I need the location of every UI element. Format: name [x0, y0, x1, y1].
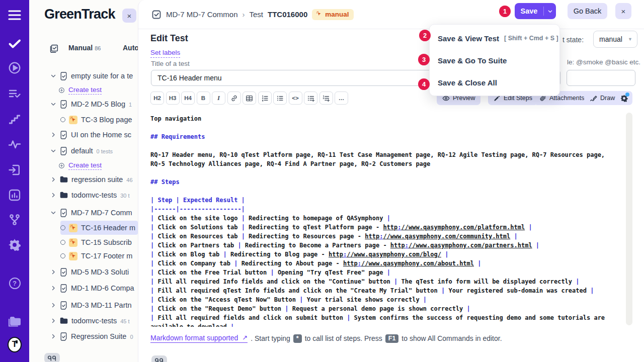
- chevron-right-icon[interactable]: [50, 333, 56, 339]
- save-dropdown-caret[interactable]: [544, 9, 556, 14]
- cursor-click-icon: [315, 11, 323, 18]
- chevron-right-icon[interactable]: [50, 285, 56, 291]
- tree-item-test[interactable]: TC-15 Subscrib: [60, 235, 138, 249]
- chevron-right-icon[interactable]: [50, 269, 56, 275]
- play-circle-icon[interactable]: [8, 61, 22, 75]
- cursor-click-icon: [69, 224, 77, 232]
- format-table-button[interactable]: [243, 92, 256, 105]
- close-sidebar-chip[interactable]: ×: [122, 9, 136, 23]
- tree-item-label: Regression Suite: [71, 332, 126, 340]
- format-bold-button[interactable]: B: [197, 92, 210, 105]
- bar-chart-icon[interactable]: [8, 188, 22, 202]
- format-code-button[interactable]: <>: [289, 92, 302, 105]
- sidebar: GreenTrack Manual86 Automated empty suit…: [29, 0, 138, 362]
- format-h2-button[interactable]: H2: [150, 92, 164, 105]
- suite-doc-icon: [60, 147, 67, 155]
- format-link-button[interactable]: [227, 92, 241, 105]
- close-panel-button[interactable]: ×: [615, 3, 631, 19]
- set-labels-link[interactable]: Set labels: [150, 49, 180, 58]
- checklist-icon[interactable]: [8, 86, 22, 101]
- menu-item-save-close-all[interactable]: Save & Close All: [430, 71, 559, 94]
- app-root: ? T GreenTrack Manual86 Automated empty …: [0, 0, 644, 362]
- menu-item-save-go-to-suite[interactable]: Save & Go To Suite: [430, 49, 559, 71]
- editor-line: [150, 123, 614, 132]
- tree-item-folder[interactable]: regression suite46: [50, 172, 138, 187]
- stairs-icon[interactable]: [8, 112, 22, 126]
- markdown-help-link[interactable]: Markdown format supported↗: [150, 334, 248, 343]
- select-caret-icon: ▼: [628, 37, 637, 42]
- paragraph-handle-badge[interactable]: [44, 353, 60, 362]
- status-circle-icon: [60, 253, 65, 258]
- sign-in-icon[interactable]: [8, 163, 22, 177]
- key-f1-badge: F1: [385, 334, 399, 343]
- test-state-select[interactable]: manual ▼: [593, 31, 637, 48]
- tree-item-label: MD-5 MD-3 Soluti: [71, 268, 129, 276]
- format-italic-button[interactable]: I: [212, 92, 225, 105]
- editor-line: [150, 141, 614, 150]
- suite-doc-icon: [60, 284, 67, 293]
- save-button[interactable]: Save: [515, 3, 556, 19]
- tree-item-suite[interactable]: empty suite for a te: [50, 69, 138, 83]
- help-icon[interactable]: ?: [8, 276, 22, 290]
- chevron-down-icon[interactable]: [50, 101, 56, 107]
- format-more-button[interactable]: …: [335, 92, 348, 105]
- git-fork-icon[interactable]: [8, 213, 22, 227]
- tree-item-test[interactable]: TC-3 Blog page: [60, 113, 138, 127]
- format-h3-button[interactable]: H3: [166, 92, 180, 105]
- tree-create-test-link[interactable]: Create test: [58, 158, 138, 172]
- page-title: Edit Test: [150, 33, 188, 44]
- chevron-right-icon[interactable]: [50, 192, 56, 198]
- tree-item-suite[interactable]: Regression Suite0: [50, 329, 138, 343]
- go-back-button[interactable]: Go Back: [568, 3, 607, 19]
- check-icon[interactable]: [8, 37, 22, 51]
- tree-item-suite[interactable]: UI on the Home sc: [50, 128, 138, 142]
- activity-icon[interactable]: [8, 137, 22, 151]
- tree-item-test[interactable]: TC-17 Footer m: [60, 249, 138, 263]
- tree-item-suite[interactable]: MD-7 MD-7 Comm: [50, 206, 138, 220]
- tree-item-count: 30 t: [120, 192, 129, 199]
- hamburger-menu-icon[interactable]: [8, 8, 22, 22]
- editor-settings-button[interactable]: [615, 91, 632, 105]
- format-ordered-list-button[interactable]: [258, 92, 272, 105]
- breadcrumb-suite[interactable]: MD-7 MD-7 Common: [166, 10, 238, 19]
- tree-item-suite[interactable]: MD-5 MD-3 Soluti: [50, 265, 138, 279]
- tree-item-folder[interactable]: todomvc-tests45 t: [50, 314, 138, 328]
- tree-item-suite[interactable]: MD-1 MD-6 Compa: [50, 281, 138, 295]
- chevron-right-icon[interactable]: [50, 176, 56, 183]
- icon-rail: ? T: [0, 0, 29, 362]
- notification-dot: [625, 93, 629, 97]
- chevron-down-icon[interactable]: [50, 73, 56, 79]
- tree-item-suite[interactable]: MD-2 MD-5 Blog1: [50, 97, 138, 111]
- chevron-right-icon[interactable]: [50, 132, 56, 138]
- avatar[interactable]: T: [8, 337, 22, 351]
- markdown-editor[interactable]: Top navigation ## Requirements RQ-17 Hea…: [150, 114, 614, 327]
- format-toolbar: H2H3H4BI<>…: [150, 92, 348, 105]
- menu-item-save-view-test[interactable]: Save & View Test [ Shift + Cmd + S ]: [430, 27, 559, 49]
- tree-item-label: TC-3 Blog page: [81, 116, 132, 124]
- format-h4-button[interactable]: H4: [181, 92, 195, 105]
- format-ordered-list-add-button[interactable]: [319, 92, 333, 105]
- chevron-down-icon[interactable]: [50, 210, 56, 216]
- editor-line: | Fill all required qTest Info fields an…: [150, 286, 614, 295]
- tree-item-suite[interactable]: MD-3 MD-11 Partn: [50, 298, 138, 312]
- tree-create-test-link[interactable]: Create test: [58, 83, 138, 97]
- editor-scrollbar[interactable]: [626, 113, 632, 325]
- tree-item-test[interactable]: TC-16 Header m: [60, 221, 138, 235]
- chevron-right-icon[interactable]: [50, 318, 56, 324]
- tree-item-suite[interactable]: default0 tests: [50, 144, 138, 158]
- editor-line: | Click on the Free Trial button | Openi…: [150, 268, 614, 277]
- chevron-down-icon[interactable]: [50, 148, 56, 154]
- annotation-2: 2: [419, 30, 431, 41]
- format-bullet-list-add-button[interactable]: [304, 92, 317, 105]
- gear-icon[interactable]: [8, 238, 22, 252]
- editor-line: ## Steps: [150, 177, 614, 187]
- tree-item-label: MD-1 MD-6 Compa: [71, 284, 134, 292]
- folder-icon: [60, 317, 68, 324]
- paragraph-handle-badge[interactable]: [151, 355, 167, 362]
- header-divider: [138, 29, 644, 29]
- labels-input[interactable]: [567, 70, 635, 86]
- tree-item-folder[interactable]: todomvc-tests30 t: [50, 188, 138, 202]
- format-bullet-list-button[interactable]: [273, 92, 287, 105]
- projects-folder-icon[interactable]: [8, 315, 22, 329]
- chevron-right-icon[interactable]: [50, 302, 56, 308]
